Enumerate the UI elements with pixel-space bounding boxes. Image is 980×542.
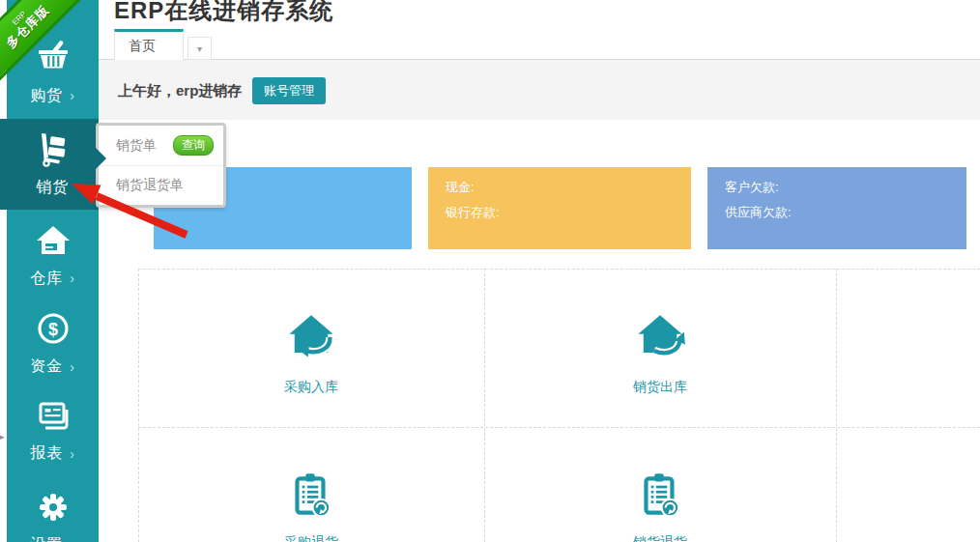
grid-border [138, 269, 139, 542]
grid-border [836, 269, 837, 542]
sidebar-item-warehouse[interactable]: 仓库 › [7, 210, 99, 300]
sidebar-label-purchase: 购货 › [30, 86, 75, 106]
report-icon [34, 396, 72, 435]
house-arrow-in-icon[interactable] [263, 311, 360, 365]
menu-item-sales-order[interactable]: 销货单 查询 [99, 126, 223, 165]
sidebar-item-settings[interactable]: 设置 › [7, 473, 99, 542]
house-icon [34, 221, 72, 260]
page-title: ERP在线进销存系统 [114, 0, 333, 26]
shortcut-sales-outbound[interactable]: 销货出库 [583, 379, 737, 396]
flyout-pointer-notch [93, 145, 106, 172]
basket-icon [34, 39, 72, 77]
sidebar-collapse-icon[interactable]: ▸ [0, 432, 5, 442]
erp-dashboard: { "app": { "title": "ERP在线进销存系统" }, "rib… [0, 0, 980, 542]
sidebar-item-reports[interactable]: 报表 › [7, 386, 99, 473]
chevron-right-icon: › [70, 88, 75, 103]
clipboard-check-icon[interactable] [263, 469, 360, 521]
handtruck-icon [34, 130, 72, 169]
sidebar-label-reports: 报表 › [30, 443, 75, 464]
chevron-right-icon: › [70, 271, 75, 286]
caret-down-icon: ▾ [197, 43, 202, 54]
tab-dropdown-button[interactable]: ▾ [187, 37, 212, 60]
greeting-text: 上午好，erp进销存 [118, 82, 242, 100]
sales-flyout-menu: 销货单 查询 销货退货单 [96, 123, 226, 208]
sidebar-label-warehouse: 仓库 › [30, 269, 75, 289]
card-line: 供应商欠款: [725, 200, 966, 225]
grid-border [484, 269, 485, 542]
svg-text:$: $ [47, 320, 57, 339]
card-cash[interactable]: 现金: 银行存款: [428, 167, 691, 249]
card-line: 银行存款: [446, 200, 691, 225]
house-arrow-out-icon[interactable] [612, 311, 708, 365]
account-manage-button[interactable]: 账号管理 [252, 77, 326, 104]
clipboard-check-icon[interactable] [612, 469, 708, 521]
shortcut-purchase-return[interactable]: 采购退货 [234, 534, 389, 542]
sidebar-label-funds: 资金 › [30, 357, 75, 377]
grid-border [138, 269, 980, 270]
chevron-right-icon: › [70, 538, 75, 542]
card-debts[interactable]: 客户欠款: 供应商欠款: [707, 167, 966, 249]
greeting-bar: 上午好，erp进销存 账号管理 [99, 60, 980, 120]
grid-border [138, 427, 980, 428]
sidebar-label-sales: 销货 [37, 178, 70, 198]
shortcut-purchase-inbound[interactable]: 采购入库 [234, 379, 389, 396]
sidebar-label-settings: 设置 › [30, 535, 75, 542]
tab-home[interactable]: 首页 [114, 29, 184, 60]
chevron-right-icon: › [70, 359, 75, 375]
sidebar-item-funds[interactable]: $ 资金 › [7, 300, 99, 386]
menu-item-sales-return-order[interactable]: 销货退货单 [99, 165, 223, 205]
dollar-icon: $ [34, 309, 72, 348]
query-badge[interactable]: 查询 [173, 135, 214, 156]
card-line: 现金: [446, 175, 691, 200]
sidebar: 购货 › 销货 [0, 0, 99, 542]
card-line: 客户欠款: [725, 175, 966, 200]
sidebar-item-sales[interactable]: 销货 [0, 119, 99, 210]
gear-icon [34, 488, 72, 527]
chevron-right-icon: › [70, 446, 75, 462]
shortcut-sales-return[interactable]: 销货退货 [583, 534, 737, 542]
